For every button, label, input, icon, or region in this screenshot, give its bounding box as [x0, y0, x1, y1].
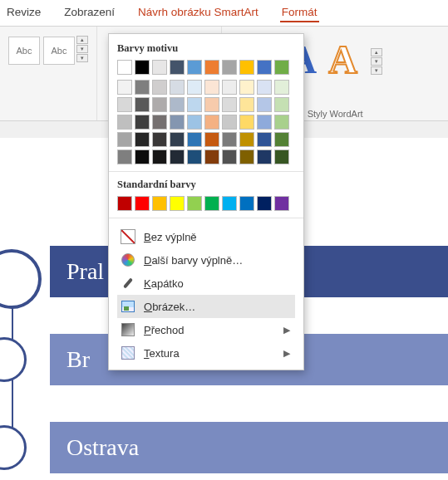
color-swatch[interactable] — [135, 196, 150, 211]
color-swatch[interactable] — [274, 149, 289, 164]
color-swatch[interactable] — [222, 132, 237, 147]
color-swatch[interactable] — [204, 115, 219, 130]
color-swatch[interactable] — [187, 196, 202, 211]
color-swatch[interactable] — [239, 60, 254, 75]
color-swatch[interactable] — [152, 80, 167, 95]
wordart-gallery-spinner[interactable]: ▴▾▾ — [371, 48, 382, 75]
shape-style-preset[interactable]: Abc — [43, 37, 75, 65]
gradient-icon — [121, 322, 135, 337]
color-swatch[interactable] — [204, 80, 219, 95]
smartart-node[interactable]: Ostrava — [50, 422, 448, 473]
palette-icon — [121, 252, 135, 267]
color-swatch[interactable] — [117, 80, 132, 95]
color-swatch[interactable] — [170, 132, 185, 147]
color-swatch[interactable] — [170, 60, 185, 75]
color-swatch[interactable] — [274, 196, 289, 211]
color-swatch[interactable] — [222, 60, 237, 75]
color-swatch[interactable] — [257, 60, 272, 75]
color-swatch[interactable] — [257, 115, 272, 130]
color-swatch[interactable] — [135, 97, 150, 112]
color-swatch[interactable] — [152, 115, 167, 130]
color-swatch[interactable] — [257, 132, 272, 147]
color-swatch[interactable] — [187, 149, 202, 164]
color-swatch[interactable] — [222, 196, 237, 211]
menu-eyedropper[interactable]: Kapátko — [117, 272, 295, 295]
color-swatch[interactable] — [170, 97, 185, 112]
color-swatch[interactable] — [187, 80, 202, 95]
color-swatch[interactable] — [117, 60, 132, 75]
color-swatch[interactable] — [117, 196, 132, 211]
color-swatch[interactable] — [170, 115, 185, 130]
color-swatch[interactable] — [274, 115, 289, 130]
color-swatch[interactable] — [274, 60, 289, 75]
color-swatch[interactable] — [222, 80, 237, 95]
color-swatch[interactable] — [187, 97, 202, 112]
tab-navrh-smartart[interactable]: Návrh obrázku SmartArt — [136, 3, 260, 22]
color-swatch[interactable] — [239, 132, 254, 147]
color-swatch[interactable] — [152, 196, 167, 211]
menu-picture[interactable]: Obrázek… — [117, 295, 295, 318]
menu-texture[interactable]: Textura ▶ — [117, 341, 295, 365]
color-swatch[interactable] — [204, 196, 219, 211]
color-swatch[interactable] — [170, 196, 185, 211]
color-swatch[interactable] — [152, 60, 167, 75]
color-swatch[interactable] — [204, 60, 219, 75]
menu-no-fill[interactable]: Bez výplně — [117, 225, 295, 248]
color-swatch[interactable] — [239, 97, 254, 112]
menu-more-fill-colors[interactable]: Další barvy výplně… — [117, 248, 295, 272]
color-swatch[interactable] — [222, 115, 237, 130]
wordart-group-label: Styly WordArt — [308, 109, 363, 119]
color-swatch[interactable] — [222, 97, 237, 112]
tab-format[interactable]: Formát — [280, 3, 319, 22]
color-swatch[interactable] — [239, 80, 254, 95]
color-swatch[interactable] — [204, 132, 219, 147]
texture-icon — [121, 345, 135, 360]
color-swatch[interactable] — [152, 132, 167, 147]
shape-style-gallery[interactable]: Abc Abc — [8, 37, 75, 65]
color-swatch[interactable] — [204, 149, 219, 164]
color-swatch[interactable] — [135, 132, 150, 147]
color-swatch[interactable] — [187, 60, 202, 75]
shape-style-preset[interactable]: Abc — [8, 37, 40, 65]
color-swatch[interactable] — [222, 149, 237, 164]
color-swatch[interactable] — [257, 97, 272, 112]
color-swatch[interactable] — [204, 97, 219, 112]
color-swatch[interactable] — [152, 149, 167, 164]
standard-color-row — [117, 196, 295, 211]
color-swatch[interactable] — [187, 115, 202, 130]
color-swatch[interactable] — [257, 196, 272, 211]
color-swatch[interactable] — [257, 80, 272, 95]
menu-label: Obrázek… — [144, 301, 195, 313]
color-swatch[interactable] — [257, 149, 272, 164]
color-swatch[interactable] — [170, 149, 185, 164]
ribbon-tabs: Revize Zobrazení Návrh obrázku SmartArt … — [0, 0, 448, 27]
color-swatch[interactable] — [117, 115, 132, 130]
gallery-spinner[interactable]: ▴▾▾ — [76, 36, 88, 65]
color-swatch[interactable] — [135, 60, 150, 75]
color-swatch[interactable] — [274, 97, 289, 112]
color-swatch[interactable] — [135, 115, 150, 130]
smartart-bullet[interactable] — [0, 337, 27, 382]
smartart-bullet[interactable] — [0, 425, 27, 470]
color-swatch[interactable] — [117, 132, 132, 147]
color-swatch[interactable] — [135, 80, 150, 95]
color-swatch[interactable] — [152, 97, 167, 112]
menu-label: Další barvy výplně… — [144, 254, 243, 267]
color-swatch[interactable] — [117, 149, 132, 164]
smartart-bullet[interactable] — [0, 249, 42, 309]
color-swatch[interactable] — [274, 80, 289, 95]
color-swatch[interactable] — [187, 132, 202, 147]
color-swatch[interactable] — [170, 80, 185, 95]
tab-revize[interactable]: Revize — [5, 3, 42, 22]
color-swatch[interactable] — [117, 97, 132, 112]
color-swatch[interactable] — [239, 115, 254, 130]
color-swatch[interactable] — [239, 196, 254, 211]
color-swatch[interactable] — [239, 149, 254, 164]
wordart-preset-orange-outline[interactable]: A — [328, 37, 357, 82]
color-swatch[interactable] — [274, 132, 289, 147]
tab-zobrazeni[interactable]: Zobrazení — [62, 3, 116, 22]
color-swatch[interactable] — [135, 149, 150, 164]
theme-color-row — [117, 60, 295, 75]
menu-gradient[interactable]: Přechod ▶ — [117, 318, 295, 341]
menu-label: Kapátko — [144, 277, 184, 290]
